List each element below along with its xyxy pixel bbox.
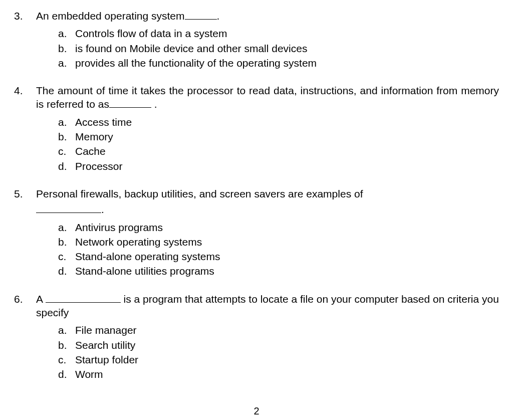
question-number: 3.	[14, 9, 36, 23]
option-text: Stand-alone operating systems	[75, 250, 499, 263]
option-letter: c.	[58, 144, 75, 158]
question-text-after: .	[217, 10, 220, 22]
fill-blank	[185, 9, 217, 20]
question-4-options: a. Access time b. Memory c. Cache d. Pro…	[14, 115, 499, 173]
option-text: Stand-alone utilities programs	[75, 264, 499, 278]
question-text-after: .	[101, 203, 104, 215]
question-3-options: a. Controls flow of data in a system b. …	[14, 27, 499, 70]
option-text: Worm	[75, 367, 499, 381]
option-d: d. Stand-alone utilities programs	[58, 264, 499, 278]
question-5-stem: 5. Personal firewalls, backup utilities,…	[14, 187, 499, 200]
option-a: a. Access time	[58, 115, 499, 129]
option-c: c. Cache	[58, 144, 499, 158]
option-letter: a.	[58, 27, 75, 40]
question-5-options: a. Antivirus programs b. Network operati…	[14, 221, 499, 278]
option-d: d. Worm	[58, 367, 499, 381]
page-number: 2	[14, 404, 499, 417]
question-text-before: A	[36, 293, 46, 305]
option-letter: b.	[58, 130, 75, 143]
option-text: provides all the functionality of the op…	[75, 56, 499, 70]
option-letter: a.	[58, 221, 75, 234]
option-b: b. Search utility	[58, 338, 499, 352]
option-letter: d.	[58, 367, 75, 381]
option-d: d. Processor	[58, 159, 499, 173]
question-6-stem: 6. A is a program that attempts to locat…	[14, 292, 499, 320]
option-a-dup: a. provides all the functionality of the…	[58, 56, 499, 70]
question-text: A is a program that attempts to locate a…	[36, 292, 499, 320]
option-letter: c.	[58, 353, 75, 366]
fill-blank	[109, 97, 151, 108]
option-letter: a.	[58, 323, 75, 337]
question-3-stem: 3. An embedded operating system.	[14, 9, 499, 23]
question-5-blank-line: .	[14, 202, 499, 216]
question-text-after: .	[151, 98, 157, 110]
option-text: File manager	[75, 323, 499, 337]
option-c: c. Stand-alone operating systems	[58, 250, 499, 263]
option-text: Startup folder	[75, 353, 499, 366]
option-text: Search utility	[75, 338, 499, 352]
option-a: a. File manager	[58, 323, 499, 337]
option-letter: d.	[58, 159, 75, 173]
option-letter: a.	[58, 56, 75, 70]
option-text: Controls flow of data in a system	[75, 27, 499, 40]
option-text: Processor	[75, 159, 499, 173]
question-text-before: The amount of time it takes the processo…	[36, 85, 499, 110]
question-5: 5. Personal firewalls, backup utilities,…	[14, 187, 499, 278]
option-text: is found on Mobile device and other smal…	[75, 42, 499, 55]
option-b: b. Network operating systems	[58, 235, 499, 249]
question-6-options: a. File manager b. Search utility c. Sta…	[14, 323, 499, 381]
question-text-before: An embedded operating system	[36, 10, 185, 22]
option-text: Network operating systems	[75, 235, 499, 249]
option-a: a. Controls flow of data in a system	[58, 27, 499, 40]
question-4: 4. The amount of time it takes the proce…	[14, 84, 499, 173]
option-letter: b.	[58, 235, 75, 249]
option-letter: b.	[58, 338, 75, 352]
option-b: b. Memory	[58, 130, 499, 143]
question-text: Personal firewalls, backup utilities, an…	[36, 187, 499, 200]
option-letter: a.	[58, 115, 75, 129]
question-4-stem: 4. The amount of time it takes the proce…	[14, 84, 499, 111]
question-number: 5.	[14, 187, 36, 200]
option-b: b. is found on Mobile device and other s…	[58, 42, 499, 55]
option-text: Memory	[75, 130, 499, 143]
option-text: Antivirus programs	[75, 221, 499, 234]
question-3: 3. An embedded operating system. a. Cont…	[14, 9, 499, 70]
question-number: 4.	[14, 84, 36, 97]
fill-blank	[46, 292, 121, 303]
option-a: a. Antivirus programs	[58, 221, 499, 234]
option-c: c. Startup folder	[58, 353, 499, 366]
question-text: An embedded operating system.	[36, 9, 499, 23]
fill-blank	[36, 202, 101, 213]
option-letter: c.	[58, 250, 75, 263]
option-letter: b.	[58, 42, 75, 55]
option-text: Cache	[75, 144, 499, 158]
option-text: Access time	[75, 115, 499, 129]
question-text: The amount of time it takes the processo…	[36, 84, 499, 111]
question-text-before: Personal firewalls, backup utilities, an…	[36, 188, 363, 199]
question-6: 6. A is a program that attempts to locat…	[14, 292, 499, 381]
question-number: 6.	[14, 292, 36, 306]
option-letter: d.	[58, 264, 75, 278]
